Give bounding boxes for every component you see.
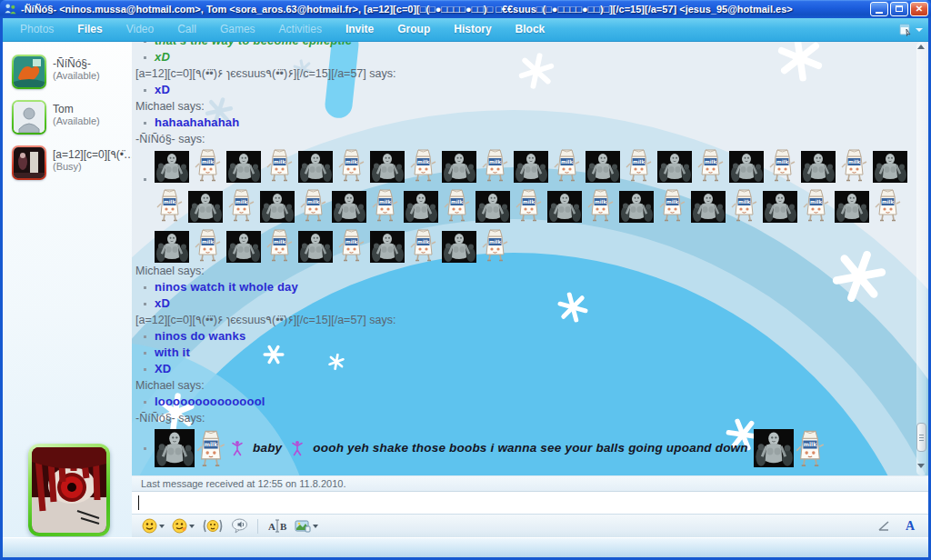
- message-sender: -ÑíÑó§- says:: [135, 411, 912, 426]
- message-bullet: [144, 42, 146, 43]
- window-footer: [3, 537, 928, 557]
- self-display-picture[interactable]: [28, 444, 110, 536]
- contact-tom[interactable]: Tom (Available): [3, 95, 132, 140]
- statue-photo-emoticon: [547, 191, 582, 223]
- statue-photo-emoticon: [155, 151, 189, 183]
- message-line: hahaahahahah: [135, 115, 912, 131]
- statue-photo-emoticon: [835, 191, 869, 223]
- milk-carton-emoticon: [873, 187, 903, 223]
- statue-photo-emoticon: [801, 151, 836, 183]
- milk-carton-emoticon: [265, 147, 295, 183]
- milk-carton-emoticon: [408, 227, 438, 263]
- message-bullet: [144, 447, 146, 450]
- text-caret: [138, 495, 139, 510]
- message-bullet: [144, 178, 146, 181]
- message-text: oooh yeh shake those boobs i wanna see y…: [313, 440, 747, 456]
- statue-photo-emoticon: [298, 151, 333, 183]
- text-mode-icon: A: [906, 519, 915, 534]
- contact-ninos[interactable]: -ÑíÑó§- (Available): [3, 49, 132, 95]
- contact-status: (Available): [53, 115, 100, 126]
- message-bullet: [144, 303, 146, 305]
- milk-carton-emoticon: [370, 187, 400, 223]
- messenger-window: -ÑíÑó§- <ninos.mussa@hotmail.com>, Tom <…: [0, 0, 931, 560]
- contact-seesuus[interactable]: [a=12][c=0][٩(•̈… (Busy): [3, 140, 132, 185]
- message-bullet: [144, 286, 146, 289]
- emoticon-picker-button[interactable]: [139, 516, 167, 535]
- message-line: [135, 147, 912, 263]
- message-bullet: [144, 335, 146, 338]
- statue-photo-emoticon: [729, 151, 764, 183]
- window-title: -ÑíÑó§- <ninos.mussa@hotmail.com>, Tom <…: [21, 4, 866, 15]
- milk-carton-emoticon: [839, 147, 869, 183]
- statue-photo-emoticon: [370, 151, 405, 183]
- milk-carton-emoticon: [155, 187, 185, 223]
- milk-carton-emoticon: [193, 227, 223, 263]
- statue-photo-emoticon: [155, 429, 195, 467]
- title-bar[interactable]: -ÑíÑó§- <ninos.mussa@hotmail.com>, Tom <…: [0, 0, 931, 18]
- statue-photo-emoticon: [763, 191, 797, 223]
- menu-item-activities: Activities: [267, 18, 334, 41]
- milk-carton-emoticon: [480, 227, 510, 263]
- nudge-icon: [202, 518, 224, 534]
- milk-carton-emoticon: [336, 147, 366, 183]
- statue-photo-emoticon: [754, 429, 794, 467]
- show-menu-button[interactable]: [898, 24, 923, 36]
- milk-carton-emoticon: [336, 227, 366, 263]
- dancer-emoticon: [231, 440, 244, 456]
- menu-item-files[interactable]: Files: [65, 18, 114, 41]
- milk-carton-emoticon: [552, 147, 582, 183]
- menu-item-photos: Photos: [8, 18, 65, 41]
- message-text: looooooooooooool: [155, 394, 265, 410]
- milk-carton-emoticon: [480, 147, 510, 183]
- wink-picker-button[interactable]: [169, 516, 197, 535]
- photo-share-button[interactable]: [292, 517, 321, 535]
- contact-avatar: [12, 145, 46, 180]
- message-input[interactable]: [132, 491, 928, 514]
- statue-photo-emoticon: [188, 191, 223, 223]
- milk-carton-emoticon: [193, 147, 223, 183]
- restore-button[interactable]: [890, 2, 908, 16]
- message-text: hahaahahahah: [155, 115, 239, 131]
- close-button[interactable]: ✕: [910, 2, 928, 16]
- message-text: with it: [155, 345, 190, 361]
- menu-item-history[interactable]: History: [442, 18, 503, 41]
- photo-icon: [295, 519, 311, 533]
- message-line: xD: [135, 82, 912, 98]
- menu-item-invite[interactable]: Invite: [334, 18, 385, 41]
- window-menu-icon: [898, 24, 913, 36]
- chevron-down-icon: [189, 525, 195, 528]
- statue-photo-emoticon: [155, 231, 189, 263]
- smiley-icon: [142, 518, 157, 534]
- message-line: ninos do wanks: [135, 328, 912, 345]
- chevron-down-icon: [159, 525, 165, 528]
- voice-clip-button[interactable]: [228, 516, 251, 535]
- scroll-down-arrow-icon[interactable]: [917, 464, 925, 468]
- message-sender: -ÑíÑó§- says:: [135, 132, 912, 147]
- message-text: xD: [155, 49, 170, 65]
- scrollbar-thumb[interactable]: [916, 423, 926, 452]
- message-bullet: [144, 401, 146, 404]
- handwriting-pen-icon: [876, 520, 891, 533]
- menu-item-block[interactable]: Block: [504, 18, 557, 41]
- wink-smiley-icon: [172, 518, 187, 534]
- handwriting-mode-button[interactable]: [874, 518, 894, 535]
- svg-text:A: A: [268, 521, 275, 532]
- message-line: xD: [135, 295, 912, 312]
- menu-item-video: Video: [115, 18, 165, 41]
- menu-item-group[interactable]: Group: [385, 18, 442, 41]
- font-format-button[interactable]: A B: [265, 517, 290, 535]
- milk-carton-emoticon: [265, 227, 295, 263]
- statue-photo-emoticon: [586, 151, 620, 183]
- minimize-button[interactable]: [870, 2, 888, 16]
- message-text: xD: [155, 295, 170, 312]
- message-text: ninos do wanks: [155, 328, 245, 345]
- nudge-button[interactable]: [199, 516, 226, 535]
- message-history[interactable]: that's the way to become epileptic xD [a…: [132, 42, 928, 475]
- contact-avatar: [12, 100, 46, 135]
- contact-name: Tom: [53, 100, 100, 115]
- history-scrollbar[interactable]: [916, 42, 928, 475]
- scroll-up-arrow-icon[interactable]: [917, 45, 925, 49]
- text-mode-button[interactable]: A: [903, 517, 917, 535]
- scrollbar-track[interactable]: [916, 42, 926, 475]
- message-text: that's the way to become epileptic: [155, 42, 352, 49]
